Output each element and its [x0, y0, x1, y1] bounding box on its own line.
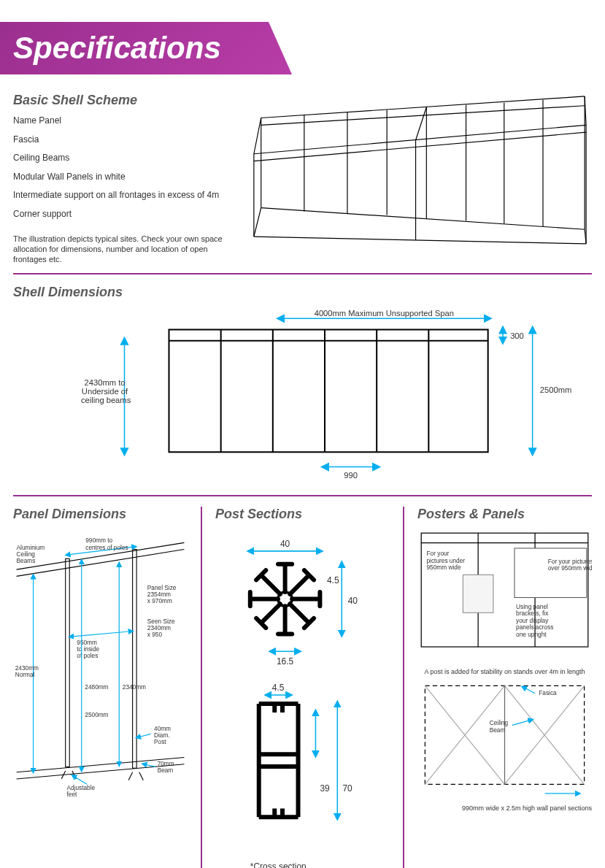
svg-line-37: [17, 550, 185, 577]
svg-line-49: [71, 631, 131, 637]
csw: 4.5: [272, 683, 285, 694]
shell-dimensions-diagram: 4000mm Maximum Unsupported Span 2430mm t…: [13, 307, 592, 485]
section-title-post: Post Sections: [215, 507, 390, 522]
svg-text:40mm
          Diam.
         : 40mm Diam. Post: [154, 726, 172, 745]
divider: [13, 495, 592, 496]
footnote: 990mm wide x 2.5m high wall panel sectio…: [417, 804, 592, 812]
svg-line-70: [261, 576, 280, 595]
svg-line-45: [139, 772, 144, 780]
svg-text:For your pictures
          ov: For your pictures over 950mm wide: [548, 558, 592, 572]
posters-diagram-plan: Fasica Ceiling Beam: [417, 678, 592, 799]
page-banner: Specifications: [0, 22, 605, 74]
svg-line-3: [254, 132, 586, 161]
svg-rect-23: [169, 330, 488, 453]
underside-label-1: 2430mm to: [85, 378, 126, 387]
svg-text:Aluminium
          Ceiling
  : Aluminium Ceiling Beams: [17, 545, 47, 564]
svg-line-16: [261, 208, 585, 230]
illustration-caption: The illustration depicts typical sites. …: [13, 234, 232, 265]
svg-line-62: [74, 777, 87, 785]
svg-text:950mm
          to inside
    : 950mm to inside of poles: [77, 640, 101, 660]
totalh-label: 2500mm: [540, 385, 571, 394]
svg-rect-38: [66, 559, 70, 767]
cs39: 39: [320, 783, 330, 794]
svg-line-19: [416, 107, 427, 140]
list-item: Ceiling Beams: [13, 153, 232, 164]
underside-label-3: ceiling beams: [81, 396, 131, 405]
list-item: Modular Wall Panels in white: [13, 172, 232, 183]
posters-diagram-top: For your pictures under 950mm wide For y…: [417, 529, 592, 658]
svg-text:2430mm
          Normal: 2430mm Normal: [15, 665, 40, 678]
shell-dimensions-section: Shell Dimensions: [13, 285, 592, 488]
svg-text:990mm to
          centres of : 990mm to centres of poles: [85, 538, 128, 551]
spoke: 16.5: [277, 657, 294, 667]
svg-line-69: [261, 604, 280, 623]
svg-text:Panel Size
          2354mm
  : Panel Size 2354mm x 970mm: [147, 585, 178, 604]
t45: 4.5: [327, 576, 339, 586]
svg-text:2430mm to
        Underside of: 2430mm to Underside of ceiling beams: [81, 378, 131, 404]
cross-section-note: *Cross section: [250, 862, 307, 868]
svg-line-71: [290, 604, 309, 623]
list-item: Intermediate support on all frontages in…: [13, 190, 232, 201]
svg-line-17: [254, 237, 586, 244]
svg-line-2: [254, 125, 586, 153]
svg-text:Using panel
          brackets: Using panel brackets, fix your display p…: [516, 604, 555, 638]
section-title-posters: Posters & Panels: [417, 507, 592, 522]
svg-line-1: [261, 106, 585, 126]
section-title-shell-dims: Shell Dimensions: [13, 285, 592, 300]
bay-label: 990: [344, 471, 358, 480]
list-item: Corner support: [13, 209, 232, 220]
section-title-basic: Basic Shell Scheme: [13, 93, 232, 108]
svg-line-21: [254, 208, 261, 237]
underside-label-2: Underside of: [82, 387, 128, 396]
svg-text:Seen Size
          2340mm
   : Seen Size 2340mm x 950: [147, 618, 177, 638]
column-divider: [201, 507, 202, 868]
post-sections-diagram: 40 40 4.5 16.5 4.5 39: [215, 529, 390, 868]
post-sections-section: Post Sections: [215, 507, 390, 868]
cs70: 70: [342, 783, 352, 794]
n2480: 2480mm: [85, 684, 108, 691]
svg-line-68: [290, 576, 309, 595]
n2500: 2500mm: [85, 713, 108, 719]
basic-shell-scheme-section: Basic Shell Scheme Name Panel Fascia Cei…: [13, 93, 592, 264]
svg-line-0: [261, 96, 585, 118]
panel-dimensions-diagram: Aluminium Ceiling Beams 990mm to centres…: [13, 529, 188, 798]
n2340: 2340mm: [123, 684, 146, 691]
svg-line-101: [523, 688, 535, 694]
h40: 40: [348, 596, 358, 606]
svg-line-103: [512, 720, 531, 725]
svg-text:Adjustable
          feet: Adjustable feet: [67, 785, 97, 798]
svg-text:70mm
          Beam: 70mm Beam: [158, 761, 176, 774]
stability-note: A post is added for stability on stands …: [417, 668, 592, 675]
svg-line-18: [254, 118, 261, 153]
gap-label: 300: [510, 331, 524, 340]
list-item: Name Panel: [13, 115, 232, 127]
panel-dimensions-section: Panel Dimensions: [13, 507, 188, 868]
svg-text:For your
          pictures un: For your pictures under 950mm wide: [426, 550, 466, 572]
svg-line-44: [128, 772, 133, 780]
fascia-label: Fasica: [539, 689, 557, 696]
svg-rect-91: [515, 548, 587, 598]
shell-perspective-diagram: [247, 93, 592, 258]
svg-line-58: [138, 734, 150, 738]
svg-text:Ceiling
          Beam: Ceiling Beam: [490, 720, 510, 734]
posters-panels-section: Posters & Panels For your pictures under…: [417, 507, 592, 868]
list-item: Fascia: [13, 134, 232, 146]
svg-rect-90: [463, 575, 493, 613]
span-label: 4000mm Maximum Unsupported Span: [315, 310, 454, 318]
divider: [13, 273, 592, 274]
svg-line-60: [144, 764, 155, 767]
column-divider: [403, 507, 404, 868]
svg-rect-39: [133, 550, 137, 769]
w40: 40: [280, 539, 290, 549]
section-title-panel-dims: Panel Dimensions: [13, 507, 188, 522]
page-title: Specifications: [13, 22, 605, 74]
